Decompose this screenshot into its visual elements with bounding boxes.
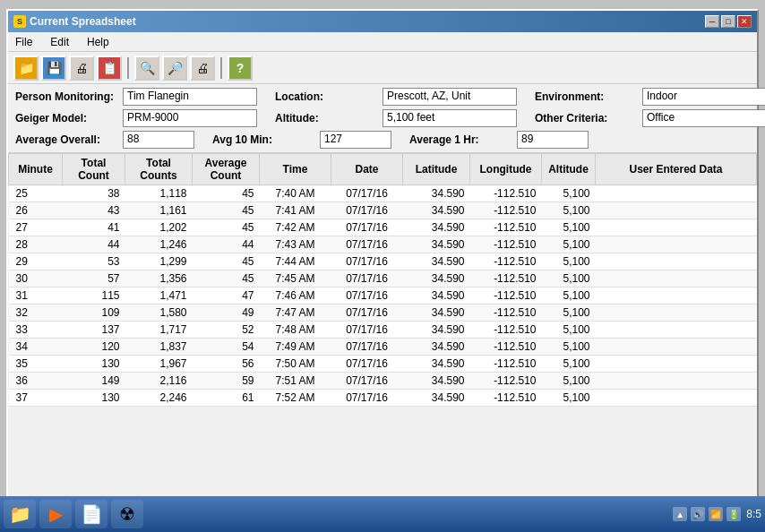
col-altitude: Altitude (542, 154, 596, 185)
cell-lat: 34.590 (403, 185, 470, 202)
cell-minute: 25 (9, 185, 63, 202)
open-folder-btn[interactable]: 📁 (13, 56, 39, 81)
cell-lat: 34.590 (403, 356, 470, 373)
cell-minute: 28 (9, 236, 63, 253)
table-header-row: Minute TotalCount TotalCounts AverageCou… (9, 154, 757, 185)
cell-lon: -112.510 (470, 339, 542, 356)
cell-date: 07/17/16 (331, 202, 403, 219)
cell-avg: 52 (193, 322, 260, 339)
table-body: 25 38 1,118 45 7:40 AM 07/17/16 34.590 -… (9, 185, 757, 407)
cell-user (596, 305, 757, 322)
cell-date: 07/17/16 (331, 270, 403, 287)
cell-avg: 47 (193, 287, 260, 305)
table-row: 29 53 1,299 45 7:44 AM 07/17/16 34.590 -… (9, 253, 757, 270)
toolbar-separator (127, 57, 129, 79)
cell-date: 07/17/16 (331, 356, 403, 373)
cell-lat: 34.590 (403, 219, 470, 236)
table-row: 30 57 1,356 45 7:45 AM 07/17/16 34.590 -… (9, 270, 757, 287)
cell-lat: 34.590 (403, 270, 470, 287)
cell-alt: 5,100 (542, 236, 596, 253)
cell-user (596, 373, 757, 390)
cell-total: 1,471 (125, 287, 193, 305)
print-preview-btn[interactable]: 🖨 (69, 56, 94, 81)
cell-count: 115 (63, 287, 125, 305)
cell-minute: 35 (9, 356, 63, 373)
geiger-model-label: Geiger Model: (15, 112, 123, 124)
cell-time: 7:42 AM (260, 219, 331, 236)
avg-10min-label: Avg 10 Min: (212, 133, 320, 146)
minimize-button[interactable]: ─ (705, 15, 719, 28)
table-container[interactable]: Minute TotalCount TotalCounts AverageCou… (8, 153, 757, 518)
cell-time: 7:49 AM (260, 339, 331, 356)
cell-lon: -112.510 (470, 305, 542, 322)
print-btn[interactable]: 🖨 (190, 56, 215, 81)
cell-alt: 5,100 (542, 202, 596, 219)
cell-count: 149 (63, 373, 125, 390)
cell-lon: -112.510 (470, 287, 542, 305)
cell-lon: -112.510 (470, 253, 542, 270)
maximize-button[interactable]: □ (721, 15, 735, 28)
network-icon: ▲ (673, 507, 687, 521)
average-overall-value: 88 (123, 131, 194, 149)
table-row: 32 109 1,580 49 7:47 AM 07/17/16 34.590 … (9, 305, 757, 322)
cell-lat: 34.590 (403, 236, 470, 253)
cell-user (596, 287, 757, 305)
environment-value: Indoor (642, 88, 765, 106)
cell-user (596, 339, 757, 356)
cell-minute: 36 (9, 373, 63, 390)
cell-alt: 5,100 (542, 390, 596, 407)
geiger-model-value: PRM-9000 (123, 109, 257, 127)
properties-btn[interactable]: 📋 (97, 56, 122, 81)
taskbar-play-btn[interactable]: ▶ (39, 500, 72, 528)
col-total-counts: TotalCounts (125, 154, 193, 185)
cell-user (596, 185, 757, 202)
altitude-label: Altitude: (275, 112, 382, 124)
save-btn[interactable]: 💾 (41, 56, 66, 81)
toolbar-separator-2 (220, 57, 222, 79)
cell-lat: 34.590 (403, 322, 470, 339)
zoom-out-btn[interactable]: 🔎 (162, 56, 187, 81)
window-icon: S (13, 15, 26, 28)
col-longitude: Longitude (470, 154, 542, 185)
person-monitoring-col: Person Monitoring: Tim Flanegin (15, 88, 257, 106)
cell-count: 44 (63, 236, 125, 253)
cell-date: 07/17/16 (331, 339, 403, 356)
window-title: Current Spreadsheet (30, 15, 136, 28)
menu-edit[interactable]: Edit (47, 35, 73, 49)
cell-time: 7:51 AM (260, 373, 331, 390)
cell-lat: 34.590 (403, 390, 470, 407)
cell-count: 41 (63, 219, 125, 236)
cell-avg: 45 (193, 219, 260, 236)
cell-total: 1,118 (125, 185, 193, 202)
cell-total: 1,246 (125, 236, 193, 253)
altitude-col: Altitude: 5,100 feet (275, 109, 517, 127)
cell-time: 7:52 AM (260, 390, 331, 407)
cell-date: 07/17/16 (331, 185, 403, 202)
location-col: Location: Prescott, AZ, Unit (275, 88, 517, 106)
taskbar-files-btn[interactable]: 📄 (75, 500, 107, 528)
menu-file[interactable]: File (12, 35, 36, 49)
table-row: 28 44 1,246 44 7:43 AM 07/17/16 34.590 -… (9, 236, 757, 253)
cell-minute: 37 (9, 390, 63, 407)
cell-total: 1,717 (125, 322, 193, 339)
close-button[interactable]: ✕ (737, 15, 752, 28)
cell-time: 7:48 AM (260, 322, 331, 339)
cell-time: 7:50 AM (260, 356, 331, 373)
cell-user (596, 270, 757, 287)
taskbar-folder-btn[interactable]: 📁 (4, 500, 36, 528)
zoom-in-btn[interactable]: 🔍 (134, 56, 159, 81)
location-label: Location: (275, 90, 382, 103)
menu-help[interactable]: Help (83, 35, 113, 49)
cell-lat: 34.590 (403, 373, 470, 390)
cell-total: 2,116 (125, 373, 193, 390)
info-row-2: Geiger Model: PRM-9000 Altitude: 5,100 f… (15, 109, 750, 127)
cell-avg: 45 (193, 253, 260, 270)
taskbar-radiation-btn[interactable]: ☢ (111, 500, 143, 528)
col-average-count: AverageCount (193, 154, 260, 185)
cell-total: 1,299 (125, 253, 193, 270)
cell-total: 1,580 (125, 305, 193, 322)
cell-time: 7:45 AM (260, 270, 331, 287)
col-date: Date (331, 154, 403, 185)
help-btn[interactable]: ? (228, 56, 253, 81)
cell-user (596, 356, 757, 373)
